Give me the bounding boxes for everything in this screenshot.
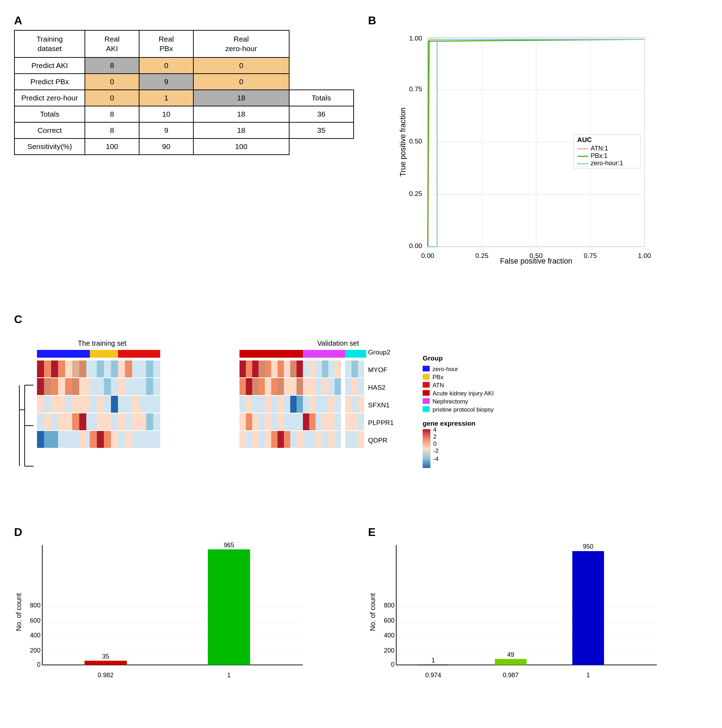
svg-rect-97	[44, 413, 51, 430]
svg-rect-56	[132, 361, 139, 378]
svg-text:No. of count: No. of count	[15, 593, 23, 631]
svg-text:1.00: 1.00	[638, 252, 651, 259]
svg-rect-116	[51, 431, 58, 448]
svg-rect-161	[303, 378, 309, 395]
svg-rect-221	[322, 431, 328, 448]
totals-pbx: 10	[139, 106, 193, 122]
correct-aki: 8	[85, 122, 139, 139]
svg-text:4: 4	[433, 427, 437, 433]
svg-rect-147	[334, 361, 341, 378]
svg-text:1: 1	[227, 671, 231, 679]
svg-rect-69	[97, 378, 104, 395]
svg-rect-54	[118, 361, 125, 378]
svg-rect-143	[309, 361, 316, 378]
svg-rect-78	[37, 396, 44, 413]
svg-rect-88	[104, 396, 111, 413]
svg-rect-141	[296, 361, 303, 378]
svg-text:0.50: 0.50	[409, 138, 422, 145]
svg-text:PBx:1: PBx:1	[591, 152, 608, 159]
heatmap-svg: The training set Validation set	[14, 329, 704, 487]
svg-rect-52	[104, 361, 111, 378]
svg-rect-127	[125, 431, 132, 448]
svg-text:1.00: 1.00	[409, 35, 422, 42]
svg-rect-158	[284, 378, 290, 395]
svg-rect-64	[65, 378, 72, 395]
svg-rect-183	[322, 396, 328, 413]
svg-text:400: 400	[384, 632, 394, 639]
svg-rect-120	[79, 431, 86, 448]
svg-rect-149	[351, 361, 358, 378]
svg-rect-209	[246, 431, 252, 448]
svg-rect-50	[90, 361, 97, 378]
svg-rect-106	[104, 413, 111, 430]
svg-rect-215	[284, 431, 290, 448]
row-label-predict-zero: Predict zero-hour	[14, 90, 85, 106]
svg-rect-145	[322, 361, 328, 378]
svg-rect-81	[58, 396, 65, 413]
svg-rect-93	[139, 396, 146, 413]
svg-rect-122	[90, 431, 97, 448]
svg-rect-53	[111, 361, 118, 378]
svg-rect-202	[322, 413, 328, 430]
svg-text:True positive fraction: True positive fraction	[399, 107, 407, 177]
svg-rect-92	[132, 396, 139, 413]
svg-rect-63	[58, 378, 65, 395]
svg-rect-86	[90, 396, 97, 413]
col-header-4	[289, 30, 354, 57]
svg-rect-101	[72, 413, 79, 430]
table-row: Predict AKI 8 0 0	[14, 57, 354, 73]
svg-rect-100	[65, 413, 72, 430]
svg-rect-58	[146, 361, 153, 378]
svg-rect-152	[246, 378, 252, 395]
svg-rect-180	[303, 396, 309, 413]
svg-rect-205	[345, 413, 351, 430]
svg-text:1: 1	[586, 671, 590, 679]
panel-c-label: C	[14, 313, 708, 326]
svg-text:965: 965	[224, 541, 234, 549]
svg-rect-188	[358, 396, 364, 413]
cell-extra-1	[289, 73, 354, 90]
svg-rect-89	[111, 396, 118, 413]
svg-rect-168	[351, 378, 358, 395]
col-header-3: Realzero-hour	[193, 30, 289, 57]
svg-rect-140	[290, 361, 296, 378]
table-row: Totals 8 10 18 36	[14, 106, 354, 122]
svg-text:No. of count: No. of count	[369, 593, 377, 631]
svg-text:0.987: 0.987	[502, 671, 518, 679]
svg-rect-109	[125, 413, 132, 430]
svg-rect-225	[351, 431, 358, 448]
svg-rect-84	[79, 396, 86, 413]
svg-text:49: 49	[507, 651, 514, 658]
svg-rect-105	[97, 413, 104, 430]
panel-e: E No. of count 0 200 400 600 800 1 0.974	[365, 522, 711, 717]
svg-rect-244	[423, 406, 430, 412]
sensitivity-zero: 100	[193, 139, 289, 155]
svg-rect-186	[345, 396, 351, 413]
svg-rect-287	[495, 659, 527, 665]
sensitivity-pbx: 90	[139, 139, 193, 155]
svg-rect-162	[309, 378, 316, 395]
svg-rect-132	[240, 361, 246, 378]
svg-rect-191	[252, 413, 258, 430]
svg-rect-154	[258, 378, 265, 395]
svg-text:0.00: 0.00	[409, 242, 422, 249]
svg-text:950: 950	[583, 543, 594, 550]
svg-rect-216	[290, 431, 296, 448]
svg-rect-113	[153, 413, 160, 430]
svg-rect-142	[303, 361, 309, 378]
svg-text:0.974: 0.974	[425, 671, 441, 679]
svg-rect-76	[146, 378, 153, 395]
svg-text:1: 1	[432, 657, 435, 664]
svg-rect-111	[139, 413, 146, 430]
correct-total: 35	[289, 122, 354, 139]
svg-text:The training set: The training set	[78, 340, 127, 347]
svg-rect-212	[265, 431, 271, 448]
panel-a: A Trainingdataset RealAKI RealPBx Realze…	[11, 11, 357, 302]
row-label-predict-aki: Predict AKI	[14, 57, 85, 73]
cell-aki-pbx: 0	[139, 57, 193, 73]
svg-rect-77	[153, 378, 160, 395]
correct-pbx: 9	[139, 122, 193, 139]
svg-text:0.75: 0.75	[583, 252, 597, 259]
svg-text:800: 800	[30, 602, 41, 609]
svg-rect-130	[146, 431, 153, 448]
